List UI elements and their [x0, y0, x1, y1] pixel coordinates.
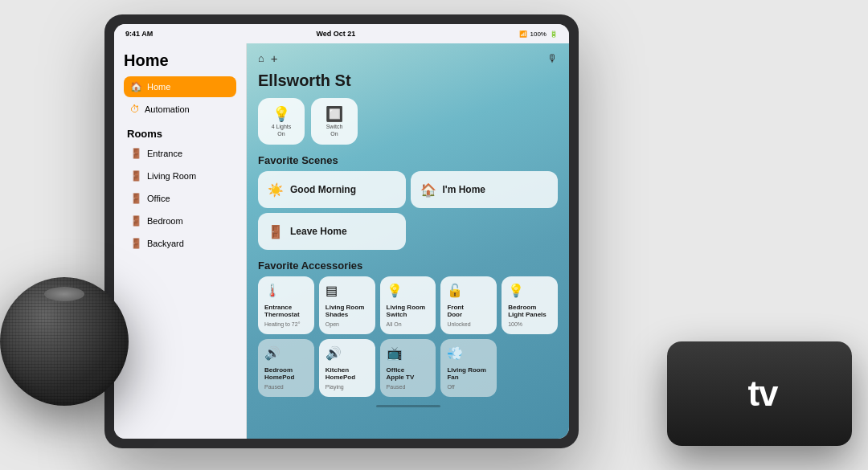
bedroom-homepod-name: Bedroom HomePod [264, 366, 308, 382]
good-morning-label: Good Morning [290, 184, 356, 195]
backyard-icon: 🚪 [130, 238, 142, 249]
apple-tv-status: Paused [387, 384, 430, 390]
im-home-icon: 🏠 [420, 182, 436, 198]
apple-tv-logo: tv [741, 374, 777, 414]
main-header-left: ⌂ + [258, 51, 278, 65]
sidebar-office-label: Office [147, 194, 170, 203]
bedroom-icon: 🚪 [130, 215, 142, 227]
main-title: Ellsworth St [258, 72, 558, 90]
favorite-accessories-header: Favorite Accessories [258, 260, 558, 272]
light-panels-icon: 💡 [508, 283, 551, 298]
app-content: Home 🏠 Home ⏱ Automation Rooms 🚪 Entranc… [114, 43, 569, 439]
battery-icon: 🔋 [550, 31, 558, 38]
homepod-top [44, 287, 84, 301]
good-morning-scene[interactable]: ☀️ Good Morning [258, 171, 406, 208]
sidebar-bedroom-label: Bedroom [147, 216, 183, 226]
switch-label: Switch On [326, 124, 343, 137]
apple-tv-acc-icon: 📺 [387, 345, 430, 361]
apple-tv-name: Office Apple TV [387, 366, 430, 382]
favorite-scenes-grid: ☀️ Good Morning 🏠 I'm Home 🚪 Leave Home [258, 171, 558, 250]
status-icons: 📶 100% 🔋 [519, 31, 558, 38]
switch-name: Living Room Switch [387, 304, 430, 319]
sidebar-entrance-label: Entrance [147, 149, 182, 158]
fan-tile[interactable]: 💨 Living Room Fan Off [440, 339, 497, 397]
sidebar-item-office[interactable]: 🚪 Office [124, 188, 236, 209]
kitchen-homepod-status: Playing [326, 384, 369, 390]
homepod-device [0, 277, 161, 438]
light-panels-name: Bedroom Light Panels [508, 304, 551, 319]
home-header-icon[interactable]: ⌂ [258, 52, 264, 64]
bedroom-homepod-tile[interactable]: 🔊 Bedroom HomePod Paused [258, 339, 314, 397]
wifi-icon: 📶 [519, 31, 527, 38]
sidebar-item-living-room[interactable]: 🚪 Living Room [124, 166, 236, 186]
switch-status: All On [387, 321, 430, 328]
im-home-scene[interactable]: 🏠 I'm Home [411, 171, 559, 208]
home-indicator [376, 405, 440, 407]
sidebar-item-home[interactable]: 🏠 Home [124, 76, 236, 97]
status-bar: 9:41 AM Wed Oct 21 📶 100% 🔋 [114, 24, 569, 43]
ipad-device: 9:41 AM Wed Oct 21 📶 100% 🔋 Home 🏠 Home [104, 14, 579, 448]
sidebar-automation-label: Automation [145, 104, 190, 114]
im-home-label: I'm Home [443, 184, 486, 195]
leave-home-label: Leave Home [290, 226, 347, 237]
rooms-section-title: Rooms [127, 128, 236, 140]
fan-name: Living Room Fan [447, 366, 490, 382]
front-door-status: Unlocked [447, 321, 490, 328]
sidebar-living-room-label: Living Room [147, 171, 196, 181]
mic-icon[interactable]: 🎙 [547, 52, 558, 64]
leave-home-icon: 🚪 [268, 224, 284, 239]
light-panels-status: 100% [508, 321, 551, 328]
leave-home-scene[interactable]: 🚪 Leave Home [258, 213, 406, 250]
shades-status: Open [326, 321, 369, 328]
scene: 9:41 AM Wed Oct 21 📶 100% 🔋 Home 🏠 Home [0, 0, 868, 470]
homepod-body [0, 277, 129, 406]
switch-icon: 🔲 [326, 105, 343, 123]
sidebar-item-entrance[interactable]: 🚪 Entrance [124, 143, 236, 164]
battery-text: 100% [530, 31, 547, 38]
thermostat-icon: 🌡️ [264, 283, 308, 298]
kitchen-homepod-tile[interactable]: 🔊 Kitchen HomePod Playing [319, 339, 375, 397]
fan-icon: 💨 [447, 345, 490, 361]
sidebar-title: Home [124, 51, 236, 70]
status-date: Wed Oct 21 [316, 30, 355, 38]
kitchen-homepod-name: Kitchen HomePod [326, 366, 369, 382]
entrance-icon: 🚪 [130, 148, 142, 159]
shades-tile[interactable]: ▤ Living Room Shades Open [319, 276, 375, 334]
apple-tv-device: tv [667, 341, 852, 446]
shades-icon: ▤ [326, 283, 369, 298]
sidebar-home-label: Home [147, 82, 170, 92]
shades-name: Living Room Shades [326, 304, 369, 319]
lights-label: 4 Lights On [272, 124, 292, 137]
sidebar-item-backyard[interactable]: 🚪 Backyard [124, 233, 236, 254]
switch-tile[interactable]: 💡 Living Room Switch All On [380, 276, 436, 334]
bedroom-homepod-status: Paused [264, 384, 308, 390]
light-panels-tile[interactable]: 💡 Bedroom Light Panels 100% [502, 276, 558, 334]
sidebar-item-automation[interactable]: ⏱ Automation [124, 99, 236, 120]
fan-status: Off [447, 384, 490, 390]
lights-tile[interactable]: 💡 4 Lights On [258, 98, 305, 145]
sidebar-item-bedroom[interactable]: 🚪 Bedroom [124, 210, 236, 231]
device-tiles-container: 💡 4 Lights On 🔲 Switch On [258, 98, 558, 145]
switch-tile[interactable]: 🔲 Switch On [311, 98, 358, 145]
apple-tv-body: tv [667, 341, 852, 446]
status-time: 9:41 AM [125, 30, 153, 38]
thermostat-tile[interactable]: 🌡️ Entrance Thermostat Heating to 72° [258, 276, 314, 334]
kitchen-homepod-icon: 🔊 [326, 345, 369, 361]
ipad-screen: 9:41 AM Wed Oct 21 📶 100% 🔋 Home 🏠 Home [114, 24, 569, 439]
main-header: ⌂ + 🎙 [258, 51, 558, 65]
thermostat-status: Heating to 72° [264, 321, 308, 328]
add-button[interactable]: + [271, 51, 278, 65]
front-door-tile[interactable]: 🔓 Front Door Unlocked [440, 276, 497, 334]
switch-acc-icon: 💡 [387, 283, 430, 298]
home-nav-icon: 🏠 [130, 81, 142, 92]
accessories-grid: 🌡️ Entrance Thermostat Heating to 72° ▤ … [258, 276, 558, 397]
main-area: ⌂ + 🎙 Ellsworth St 💡 4 Lights On [247, 43, 569, 439]
good-morning-icon: ☀️ [268, 182, 284, 198]
front-door-name: Front Door [447, 304, 490, 319]
bedroom-homepod-icon: 🔊 [264, 345, 308, 361]
lights-icon: 💡 [272, 105, 290, 123]
office-icon: 🚪 [130, 193, 142, 204]
apple-tv-tile[interactable]: 📺 Office Apple TV Paused [380, 339, 436, 397]
sidebar-backyard-label: Backyard [147, 239, 184, 248]
favorite-scenes-header: Favorite Scenes [258, 154, 558, 166]
